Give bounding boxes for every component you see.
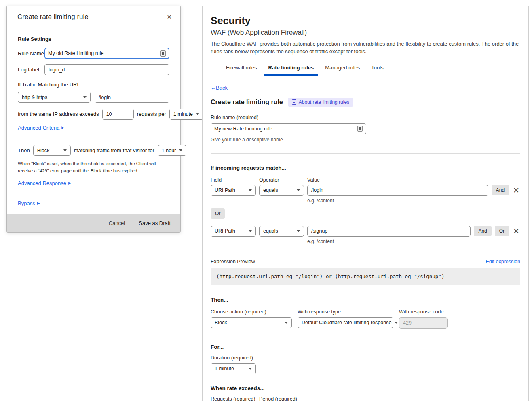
dialog-title: Create rate limiting rule	[17, 13, 89, 21]
value-column-label: Value	[307, 177, 320, 183]
edit-expression-link[interactable]: Edit expression	[486, 259, 520, 264]
or-button[interactable]: Or	[211, 208, 225, 219]
page-description: The Cloudflare WAF provides both automat…	[211, 40, 520, 56]
traffic-match-label: If Traffic Matching the URL	[18, 82, 169, 88]
save-as-draft-button[interactable]: Save as Draft	[139, 220, 171, 226]
block-help-text: When “Block” is set, when the threshold …	[18, 160, 169, 175]
log-label-label: Log label	[18, 67, 44, 73]
response-code-input	[399, 317, 448, 329]
expression-preview-label: Expression Preview	[211, 259, 255, 264]
remove-condition-icon[interactable]: ✕	[512, 227, 520, 235]
operator-select[interactable]: equals	[259, 226, 304, 237]
action-select[interactable]: Block	[211, 317, 292, 328]
about-rate-limiting-badge[interactable]: About rate limiting rules	[288, 98, 353, 107]
ban-duration-value: 1 hour	[162, 148, 176, 153]
scheme-select-value: http & https	[22, 94, 47, 100]
rule-name-field[interactable]	[211, 123, 366, 134]
page-subtitle: WAF (Web Application Firewall)	[211, 29, 520, 37]
then-suffix-label: matching traffic from that visitor for	[74, 147, 154, 153]
dialog-body: Rule Settings Rule Name Log label If Tra…	[7, 27, 180, 208]
bypass-link[interactable]: Bypass ▶	[18, 200, 40, 206]
rule-name-label: Rule Name	[18, 50, 44, 57]
field-select-value: URI Path	[215, 187, 235, 193]
remove-condition-icon[interactable]: ✕	[512, 187, 520, 194]
response-type-value: Default Cloudflare rate limiting respons…	[302, 320, 391, 325]
back-link[interactable]: ←Back	[211, 85, 228, 91]
caret-down-icon	[249, 189, 252, 191]
advanced-response-label: Advanced Response	[18, 180, 66, 186]
rule-name-input[interactable]	[48, 48, 158, 58]
operator-select[interactable]: equals	[259, 185, 304, 196]
expression-label-row: Expression Preview Edit expression	[211, 259, 520, 264]
rule-name-field[interactable]	[44, 48, 169, 59]
triangle-right-icon: ▶	[68, 181, 71, 185]
condition-row: URI Path equals And ✕	[211, 185, 520, 196]
field-select[interactable]: URI Path	[211, 226, 256, 237]
value-input[interactable]	[307, 226, 471, 237]
back-arrow-icon: ←	[211, 85, 216, 91]
value-help: e.g. /content	[307, 198, 520, 204]
field-column-label: Field	[211, 177, 256, 183]
threshold-prefix-label: from the same IP address exceeds	[18, 111, 99, 117]
then-controls-row: Block Default Cloudflare rate limiting r…	[211, 317, 520, 329]
response-type-select[interactable]: Default Cloudflare rate limiting respons…	[298, 317, 393, 328]
or-button[interactable]: Or	[495, 226, 509, 236]
threshold-period-value: 1 minute	[173, 111, 193, 117]
action-select[interactable]: Block	[33, 145, 71, 156]
threshold-period-select[interactable]: 1 minute	[169, 109, 203, 120]
and-button[interactable]: And	[492, 185, 509, 195]
advanced-response-link[interactable]: Advanced Response ▶	[18, 180, 71, 186]
tab-managed-rules[interactable]: Managed rules	[319, 62, 365, 75]
field-select[interactable]: URI Path	[211, 185, 256, 196]
operator-column-label: Operator	[259, 177, 304, 183]
for-heading: For...	[211, 344, 520, 350]
match-heading: If incoming requests match...	[211, 165, 520, 171]
then-row: Then Block matching traffic from that vi…	[18, 145, 169, 156]
caret-down-icon	[285, 322, 288, 324]
rule-name-row: Rule Name	[18, 48, 169, 59]
tab-firewall-rules[interactable]: Firewall rules	[220, 62, 263, 75]
response-type-label: With response type	[298, 309, 393, 315]
autofill-widget-icon[interactable]	[357, 126, 363, 132]
duration-select-value: 1 minute	[215, 366, 234, 371]
caret-down-icon	[249, 368, 252, 370]
caret-down-icon	[83, 96, 87, 98]
log-label-input[interactable]	[44, 64, 169, 75]
cancel-button[interactable]: Cancel	[109, 220, 125, 226]
threshold-row: from the same IP address exceeds request…	[18, 109, 169, 120]
condition-column-labels: Field Operator Value	[211, 177, 520, 183]
and-button[interactable]: And	[474, 226, 491, 236]
action-label: Choose action (required)	[211, 309, 292, 315]
divider	[18, 138, 169, 138]
value-input[interactable]	[307, 185, 488, 196]
advanced-criteria-link[interactable]: Advanced Criteria ▶	[18, 125, 64, 131]
threshold-input[interactable]	[102, 109, 134, 120]
then-column-labels: Choose action (required) With response t…	[211, 309, 520, 315]
scheme-select[interactable]: http & https	[18, 92, 91, 103]
duration-select[interactable]: 1 minute	[211, 363, 256, 374]
threshold-suffix-label: requests per	[137, 111, 166, 117]
advanced-criteria-label: Advanced Criteria	[18, 125, 59, 131]
response-code-label: With response code	[399, 309, 448, 315]
close-icon[interactable]: ×	[166, 13, 172, 21]
about-badge-label: About rate limiting rules	[299, 99, 349, 105]
url-input[interactable]	[95, 92, 169, 103]
action-select-value: Block	[215, 320, 227, 325]
waf-tabbar: Firewall rules Rate limiting rules Manag…	[211, 62, 520, 75]
autofill-widget-icon[interactable]	[160, 50, 166, 57]
security-waf-panel: Security WAF (Web Application Firewall) …	[202, 6, 529, 401]
tab-tools[interactable]: Tools	[365, 62, 389, 75]
triangle-right-icon: ▶	[37, 201, 40, 205]
caret-down-icon	[249, 230, 252, 232]
caret-down-icon	[297, 230, 300, 232]
back-row: ←Back	[211, 85, 520, 91]
caret-down-icon	[196, 113, 199, 115]
period-label: Period (required)	[259, 396, 297, 401]
rate-column-labels: Requests (required) Period (required)	[211, 396, 520, 401]
ban-duration-select[interactable]: 1 hour	[158, 145, 186, 156]
rule-name-input[interactable]	[214, 126, 355, 132]
tab-rate-limiting-rules[interactable]: Rate limiting rules	[263, 62, 320, 75]
rate-heading: When rate exceeds...	[211, 385, 520, 391]
caret-down-icon	[179, 149, 182, 151]
caret-down-icon	[395, 322, 398, 324]
